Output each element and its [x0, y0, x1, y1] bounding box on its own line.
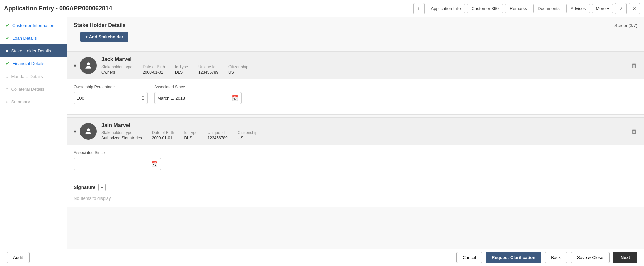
more-button[interactable]: More ▾ [592, 4, 613, 13]
customer-360-button[interactable]: Customer 360 [467, 4, 503, 13]
stakeholder-info-jack: Jack Marvel Stakeholder Type Owners Date… [101, 56, 637, 75]
meta-value-idtype-jack: DLS [175, 70, 188, 75]
request-clarification-button[interactable]: Request Clarification [486, 252, 541, 263]
stakeholder-card-jain: ▾ Jain Marvel Stakeholder Type Authorize… [67, 117, 644, 207]
stakeholder-body-jack: Ownership Percentage 100 ▲▼ Associated S… [67, 79, 644, 114]
meta-type-jain: Stakeholder Type Authorized Signatories [101, 130, 142, 140]
meta-value-uniqueid-jack: 123456789 [198, 70, 218, 75]
sidebar-item-financial-details[interactable]: ✔ Financial Details [0, 57, 67, 70]
delete-jack-button[interactable]: 🗑 [631, 62, 637, 69]
content-area: Stake Holder Details Screen(3/7) + Add S… [67, 17, 644, 249]
close-button[interactable]: ✕ [629, 3, 640, 14]
meta-value-citizenship-jack: US [228, 70, 248, 75]
documents-button[interactable]: Documents [533, 4, 564, 13]
collapse-jain-button[interactable]: ▾ [74, 128, 76, 135]
signature-title: Signature [74, 185, 96, 190]
advices-button[interactable]: Advices [566, 4, 590, 13]
sidebar-item-collateral-details[interactable]: ○ Collateral Details [0, 83, 67, 95]
meta-label-type-jain: Stakeholder Type [101, 130, 142, 135]
meta-label-idtype-jack: Id Type [175, 64, 188, 69]
associated-since-label-jain: Associated Since [74, 150, 161, 155]
ownership-percentage-group: Ownership Percentage 100 ▲▼ [74, 85, 148, 104]
associated-since-group-jack: Associated Since March 1, 2018 📅 [154, 85, 241, 104]
info-button[interactable]: ℹ [413, 3, 425, 14]
sidebar-item-loan-details[interactable]: ✔ Loan Details [0, 32, 67, 44]
meta-label-dob-jain: Date of Birth [152, 130, 174, 135]
meta-label-type-jack: Stakeholder Type [101, 64, 132, 69]
associated-since-value-jack: March 1, 2018 [157, 96, 232, 101]
svg-point-0 [87, 62, 90, 65]
add-stakeholder-button[interactable]: + Add Stakeholder [80, 32, 128, 42]
meta-citizenship-jain: Citizenship US [238, 130, 258, 140]
sidebar-item-stake-holder-details[interactable]: ● Stake Holder Details [0, 44, 67, 57]
stakeholder-info-jain: Jain Marvel Stakeholder Type Authorized … [101, 122, 637, 140]
meta-dob-jain: Date of Birth 2000-01-01 [152, 130, 174, 140]
calendar-icon-jack[interactable]: 📅 [232, 95, 238, 101]
delete-jain-button[interactable]: 🗑 [631, 128, 637, 135]
screen-indicator: Screen(3/7) [614, 23, 637, 28]
jack-form-row: Ownership Percentage 100 ▲▼ Associated S… [74, 85, 637, 104]
stakeholder-header-jain: ▾ Jain Marvel Stakeholder Type Authorize… [67, 118, 644, 145]
audit-button[interactable]: Audit [7, 252, 30, 263]
meta-value-dob-jack: 2000-01-01 [143, 70, 165, 75]
meta-label-dob-jack: Date of Birth [143, 64, 165, 69]
signature-header: Signature + [74, 184, 637, 191]
sidebar-item-summary[interactable]: ○ Summary [0, 95, 67, 108]
stakeholder-name-jack: Jack Marvel [101, 56, 637, 62]
calendar-icon-jain[interactable]: 📅 [151, 161, 158, 167]
sidebar-label-stake-holder-details: Stake Holder Details [11, 48, 51, 53]
meta-value-idtype-jain: DLS [184, 136, 197, 140]
check-circle-icon-2: ✔ [6, 35, 10, 41]
content-inner: Stake Holder Details Screen(3/7) + Add S… [67, 17, 644, 207]
chevron-down-icon: ▾ [607, 6, 609, 11]
associated-since-date-jack[interactable]: March 1, 2018 📅 [154, 92, 241, 104]
header-actions: ℹ Application Info Customer 360 Remarks … [413, 3, 640, 14]
content-header: Stake Holder Details Screen(3/7) [67, 17, 644, 32]
check-circle-icon: ✔ [6, 23, 10, 28]
jain-form-row: Associated Since 📅 [74, 150, 637, 170]
meta-type-jack: Stakeholder Type Owners [101, 64, 132, 75]
check-circle-icon-3: ✔ [6, 61, 10, 66]
meta-idtype-jain: Id Type DLS [184, 130, 197, 140]
footer-left: Audit [7, 252, 30, 263]
content-title: Stake Holder Details [74, 22, 126, 28]
signature-section: Signature + No Items to display [67, 180, 644, 207]
meta-label-uniqueid-jain: Unique Id [208, 130, 228, 135]
associated-since-label-jack: Associated Since [154, 85, 241, 89]
meta-value-dob-jain: 2000-01-01 [152, 136, 174, 140]
associated-since-group-jain: Associated Since 📅 [74, 150, 161, 170]
meta-value-uniqueid-jain: 123456789 [208, 136, 228, 140]
meta-uniqueid-jain: Unique Id 123456789 [208, 130, 228, 140]
sidebar-item-mandate-details[interactable]: ○ Mandate Details [0, 70, 67, 83]
app-title: Application Entry - 006APP000062814 [4, 5, 112, 12]
ownership-percentage-dropdown[interactable]: 100 ▲▼ [74, 92, 148, 104]
save-close-button[interactable]: Save & Close [571, 252, 610, 263]
sidebar-item-customer-information[interactable]: ✔ Customer Information [0, 19, 67, 32]
sidebar-label-summary: Summary [11, 99, 30, 104]
meta-citizenship-jack: Citizenship US [228, 64, 248, 75]
add-signature-button[interactable]: + [98, 184, 106, 191]
footer-right: Cancel Request Clarification Back Save &… [456, 252, 637, 263]
footer: Audit Cancel Request Clarification Back … [0, 249, 644, 266]
collapse-jack-button[interactable]: ▾ [74, 62, 76, 69]
remarks-button[interactable]: Remarks [505, 4, 531, 13]
ownership-percentage-value: 100 [77, 96, 141, 101]
stakeholder-header-jack: ▾ Jack Marvel Stakeholder Type Owners [67, 52, 644, 79]
application-info-button[interactable]: Application Info [427, 4, 465, 13]
cancel-button[interactable]: Cancel [456, 252, 482, 263]
main-layout: ✔ Customer Information ✔ Loan Details ● … [0, 17, 644, 249]
maximize-button[interactable]: ⤢ [615, 3, 627, 14]
sidebar-label-loan-details: Loan Details [12, 36, 37, 41]
next-button[interactable]: Next [613, 252, 637, 263]
stakeholder-name-jain: Jain Marvel [101, 122, 637, 128]
associated-since-date-jain[interactable]: 📅 [74, 158, 161, 170]
back-button[interactable]: Back [545, 252, 567, 263]
meta-label-idtype-jain: Id Type [184, 130, 197, 135]
stakeholder-meta-jain: Stakeholder Type Authorized Signatories … [101, 130, 637, 140]
stakeholder-body-jain: Associated Since 📅 [67, 145, 644, 180]
meta-label-uniqueid-jack: Unique Id [198, 64, 218, 69]
sidebar-label-collateral-details: Collateral Details [11, 87, 44, 92]
meta-value-citizenship-jain: US [238, 136, 258, 140]
ownership-percentage-label: Ownership Percentage [74, 85, 148, 89]
sidebar: ✔ Customer Information ✔ Loan Details ● … [0, 17, 67, 249]
